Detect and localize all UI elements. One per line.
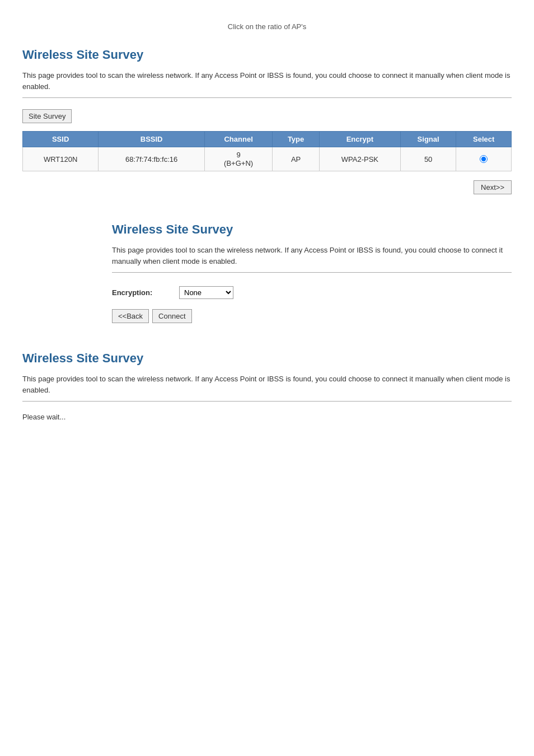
- section2-description: This page provides tool to scan the wire…: [112, 245, 512, 267]
- encryption-select[interactable]: None WEP WPA-PSK WPA2-PSK: [179, 286, 233, 299]
- table-row: WRT120N 68:7f:74:fb:fc:16 9(B+G+N) AP WP…: [23, 147, 512, 171]
- cell-signal: 50: [400, 147, 456, 171]
- section3-title: Wireless Site Survey: [22, 351, 512, 366]
- encryption-row: Encryption: None WEP WPA-PSK WPA2-PSK: [112, 286, 512, 299]
- section1-description: This page provides tool to scan the wire…: [22, 70, 512, 92]
- col-signal: Signal: [400, 132, 456, 147]
- col-bssid: BSSID: [99, 132, 205, 147]
- table-header-row: SSID BSSID Channel Type Encrypt Signal S…: [23, 132, 512, 147]
- section3-divider: [22, 401, 512, 402]
- survey-table: SSID BSSID Channel Type Encrypt Signal S…: [22, 131, 512, 171]
- back-button[interactable]: <<Back: [112, 309, 149, 323]
- cell-select[interactable]: [456, 147, 512, 171]
- section2-divider: [112, 272, 512, 273]
- encryption-label: Encryption:: [112, 288, 168, 297]
- col-type: Type: [273, 132, 320, 147]
- col-select: Select: [456, 132, 512, 147]
- section1-divider: [22, 97, 512, 98]
- section3: Wireless Site Survey This page provides …: [22, 351, 512, 421]
- select-radio[interactable]: [480, 155, 488, 163]
- section2-title: Wireless Site Survey: [112, 222, 512, 237]
- section3-description: This page provides tool to scan the wire…: [22, 374, 512, 395]
- next-btn-row: Next>>: [22, 180, 512, 194]
- section2: Wireless Site Survey This page provides …: [22, 222, 512, 323]
- section1-title: Wireless Site Survey: [22, 48, 512, 62]
- cell-bssid: 68:7f:74:fb:fc:16: [99, 147, 205, 171]
- section1: Wireless Site Survey This page provides …: [22, 48, 512, 194]
- cell-type: AP: [273, 147, 320, 171]
- connect-button[interactable]: Connect: [152, 309, 191, 323]
- back-connect-row: <<Back Connect: [112, 309, 512, 323]
- cell-channel: 9(B+G+N): [204, 147, 272, 171]
- next-button[interactable]: Next>>: [474, 180, 512, 194]
- site-survey-button[interactable]: Site Survey: [22, 109, 72, 123]
- col-ssid: SSID: [23, 132, 99, 147]
- cell-encrypt: WPA2-PSK: [319, 147, 400, 171]
- cell-ssid: WRT120N: [23, 147, 99, 171]
- col-encrypt: Encrypt: [319, 132, 400, 147]
- col-channel: Channel: [204, 132, 272, 147]
- please-wait-text: Please wait...: [22, 413, 512, 421]
- top-instruction: Click on the ratio of AP's: [22, 22, 512, 31]
